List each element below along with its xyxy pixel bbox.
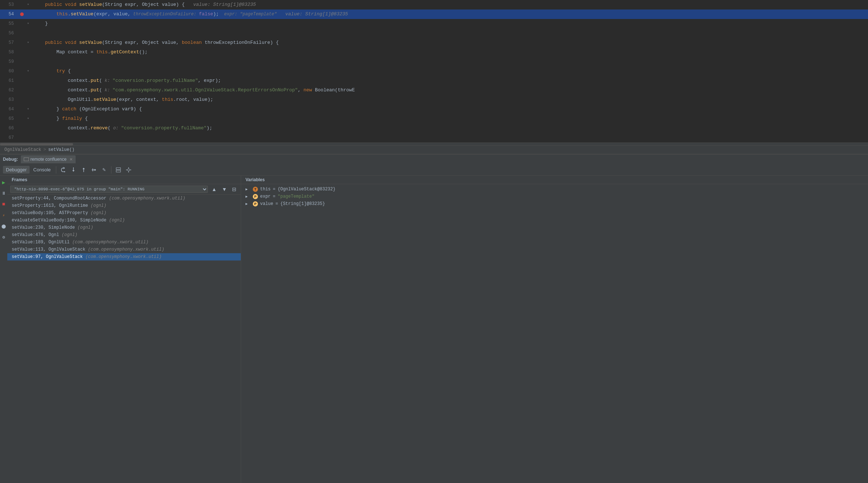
hint-token: k: <box>102 88 113 93</box>
plain-token: ); <box>213 11 219 17</box>
breakpoint-area[interactable] <box>18 104 26 114</box>
fold-marker[interactable]: ▾ <box>26 66 31 76</box>
function-token: setValue <box>71 11 93 17</box>
debug-session-tab[interactable]: remote confluence ✕ <box>21 155 76 163</box>
plain-token: . <box>108 49 111 55</box>
plain-token <box>34 68 56 74</box>
horizontal-scrollbar[interactable] <box>0 142 868 145</box>
fold-marker[interactable] <box>26 95 31 104</box>
line-number: 67 <box>0 133 18 142</box>
breakpoint-area[interactable] <box>18 19 26 28</box>
fold-marker[interactable] <box>26 57 31 66</box>
code-line-62: 62 context.put( k: "com.opensymphony.xwo… <box>0 85 868 95</box>
breakpoint-area[interactable] <box>18 76 26 85</box>
fold-marker[interactable]: ▾ <box>26 19 31 28</box>
breakpoint-area[interactable] <box>18 57 26 66</box>
sort-up-icon[interactable]: ▲ <box>210 186 218 193</box>
fold-marker[interactable] <box>26 76 31 85</box>
resume-icon[interactable]: ▶ <box>0 179 7 186</box>
breakpoint-area[interactable] <box>18 123 26 133</box>
fold-marker[interactable]: ▾ <box>26 0 31 9</box>
frame-class-italic: (ognl) <box>91 203 106 208</box>
fold-marker[interactable] <box>26 47 31 57</box>
settings-button[interactable] <box>124 166 133 174</box>
variable-item[interactable]: ▶Tthis = {OgnlValueStack@83232} <box>241 186 868 193</box>
breadcrumb-method: setValue() <box>48 147 75 152</box>
fold-marker[interactable] <box>26 85 31 95</box>
fold-marker[interactable]: ▾ <box>26 104 31 114</box>
function-token: setValue <box>79 2 102 7</box>
breakpoint-area[interactable] <box>18 38 26 47</box>
var-eq: = <box>273 187 275 192</box>
breakpoint-area[interactable] <box>18 28 26 38</box>
fold-marker[interactable]: ▾ <box>26 114 31 123</box>
code-line-54: 54 this.setValue(expr, value, throwExcep… <box>0 9 868 19</box>
breakpoint-area[interactable] <box>18 66 26 76</box>
variable-item[interactable]: ▶Pvalue = {String[1]@83235} <box>241 200 868 208</box>
run-to-cursor-button[interactable] <box>89 166 99 174</box>
stop-icon[interactable]: ■ <box>0 201 7 208</box>
breakpoint-area[interactable] <box>18 95 26 104</box>
console-tab-button[interactable]: Console <box>30 166 54 174</box>
breakpoint-area[interactable] <box>18 133 26 142</box>
breakpoint-area[interactable] <box>18 85 26 95</box>
code-line-56: 56 <box>0 28 868 38</box>
code-content: } finally { <box>31 114 868 123</box>
debug-label: Debug: <box>3 157 18 162</box>
sort-down-icon[interactable]: ▼ <box>220 186 228 193</box>
step-over-button[interactable] <box>58 166 68 174</box>
frame-item[interactable]: setValue:230, SimpleNode (ognl) <box>7 224 241 231</box>
breakpoint-area[interactable] <box>18 114 26 123</box>
plain-token: (expr, context, <box>116 97 162 102</box>
thread-selector[interactable]: "http-nio-8090-exec-6"@42,975 in group "… <box>10 186 208 193</box>
keyword-token: this <box>96 49 108 55</box>
breakpoint-area[interactable] <box>18 0 26 9</box>
svg-line-2 <box>63 168 65 169</box>
pause-icon[interactable]: ⏸ <box>0 190 7 197</box>
debugger-tab-button[interactable]: Debugger <box>3 166 30 174</box>
fold-marker[interactable] <box>26 28 31 38</box>
frame-item[interactable]: setValue:189, OgnlUtil (com.opensymphony… <box>7 239 241 246</box>
code-line-66: 66 context.remove( o: "conversion.proper… <box>0 123 868 133</box>
fold-marker[interactable] <box>26 9 31 19</box>
step-into-button[interactable] <box>69 166 78 174</box>
var-expand-icon[interactable]: ▶ <box>245 187 251 191</box>
code-content <box>31 57 868 66</box>
line-number: 55 <box>0 19 18 28</box>
gear-icon[interactable]: ⚙ <box>0 233 7 241</box>
code-content <box>31 28 868 38</box>
plain-token: context. <box>34 78 91 83</box>
close-tab-icon[interactable]: ✕ <box>69 157 73 162</box>
filter-icon[interactable]: ⊟ <box>231 186 238 193</box>
toolbar-separator-2 <box>111 166 111 174</box>
plain-token: } <box>34 21 48 26</box>
step-out-button[interactable] <box>79 166 88 174</box>
string-token: "conversion.property.fullName" <box>113 78 198 83</box>
frame-item[interactable]: setValueBody:105, ASTProperty (ognl) <box>7 209 241 217</box>
fold-marker[interactable]: ▾ <box>26 38 31 47</box>
frame-item[interactable]: setValue:476, Ognl (ognl) <box>7 231 241 239</box>
fold-marker[interactable] <box>26 133 31 142</box>
fold-marker[interactable] <box>26 123 31 133</box>
frame-item[interactable]: setProperty:44, CompoundRootAccessor (co… <box>7 195 241 202</box>
camera-icon[interactable]: ⬤ <box>0 223 7 230</box>
breadcrumb-sep: > <box>43 147 46 152</box>
breakpoint-area[interactable] <box>18 47 26 57</box>
var-expand-icon[interactable]: ▶ <box>245 194 251 199</box>
var-expand-icon[interactable]: ▶ <box>245 202 251 206</box>
frame-item[interactable]: setValue:113, OgnlValueStack (com.opensy… <box>7 246 241 253</box>
frame-item[interactable]: evaluateSetValueBody:180, SimpleNode (og… <box>7 217 241 224</box>
frame-item[interactable]: setValue:97, OgnlValueStack (com.opensym… <box>7 253 241 260</box>
frames-panel: Frames "http-nio-8090-exec-6"@42,975 in … <box>7 176 241 483</box>
hint-token: o: <box>111 126 121 131</box>
hotswap-icon[interactable]: ⚡ <box>0 212 7 219</box>
variables-panel: Variables ▶Tthis = {OgnlValueStack@83232… <box>241 176 868 483</box>
evaluate-button[interactable]: ✎ <box>99 166 109 174</box>
keyword-blue-token: false <box>199 11 213 17</box>
function-token: remove <box>91 125 108 131</box>
frames-layout-button[interactable] <box>114 166 123 174</box>
breakpoint-area[interactable] <box>18 9 26 19</box>
frame-item[interactable]: setProperty:1613, OgnlRuntime (ognl) <box>7 202 241 209</box>
plain-token: (); <box>139 49 148 55</box>
variable-item[interactable]: ▶Pexpr = "pageTemplate" <box>241 193 868 200</box>
